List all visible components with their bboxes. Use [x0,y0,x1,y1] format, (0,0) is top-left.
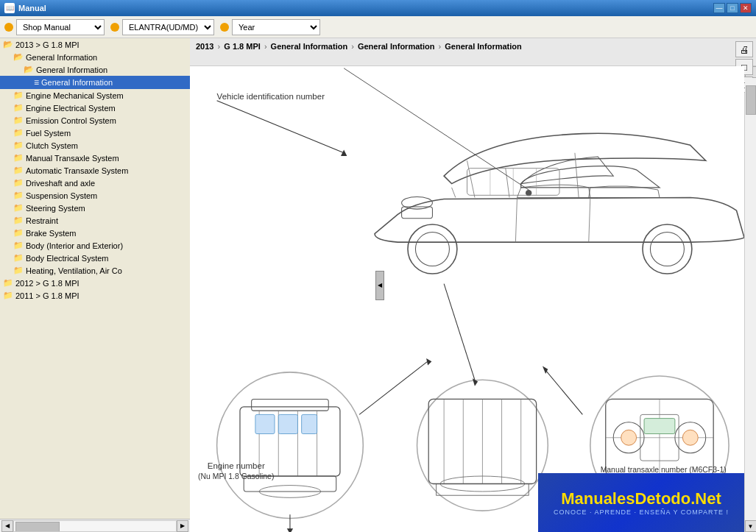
tree-icon-15: 📁 [13,228,24,238]
app-icon: 📖 [4,3,15,13]
breadcrumb: 2013 › G 1.8 MPI › General Information ›… [190,38,756,66]
svg-marker-53 [473,378,478,386]
tree-item-7[interactable]: 📁Fuel System [0,127,190,139]
tree-label-9: Manual Transaxle System [26,154,119,163]
tree-item-16[interactable]: 📁Body (Interior and Exterior) [0,239,190,252]
svg-line-10 [452,188,456,198]
tree-icon-0: 📂 [3,40,13,49]
minimize-button[interactable]: — [713,3,725,13]
svg-rect-27 [255,414,275,433]
year-select[interactable]: Year 2011 2012 2013 [232,19,320,35]
vin-label: Vehicle identification number [217,92,325,101]
tree-label-13: Steering System [26,204,85,213]
tree-icon-11: 📁 [13,178,24,188]
svg-point-3 [650,233,684,266]
car-main-drawing [344,68,744,274]
scroll-left-btn[interactable]: ◀ [1,520,13,532]
tree-label-15: Brake System [26,229,76,238]
tree-icon-8: 📁 [13,141,24,150]
shop-manual-select[interactable]: Shop Manual [16,19,105,35]
tree-item-0[interactable]: 📂2013 > G 1.8 MPI [0,38,190,51]
tree-label-17: Body Electrical System [26,254,108,263]
tree-item-1[interactable]: 📂General Information [0,51,190,63]
svg-marker-32 [426,358,431,365]
tree-item-14[interactable]: 📁Restraint [0,214,190,227]
vertical-scrollbar[interactable]: ▲ ▼ [744,66,756,532]
tree-item-8[interactable]: 📁Clutch System [0,139,190,152]
svg-rect-20 [252,399,329,411]
tree-item-19[interactable]: 📁2012 > G 1.8 MPI [0,277,190,289]
tree-icon-10: 📁 [13,166,24,175]
tree-item-4[interactable]: 📁Engine Mechanical System [0,89,190,102]
window-title: Manual [18,4,713,13]
scroll-down-button[interactable]: ▼ [745,520,757,532]
tree-item-6[interactable]: 📁Emission Control System [0,114,190,127]
tree-icon-5: 📁 [13,103,24,113]
tree-item-10[interactable]: 📁Automatic Transaxle System [0,164,190,177]
tree-icon-3: ≡ [34,77,39,88]
tree-item-18[interactable]: 📁Heating, Ventilation, Air Co [0,264,190,277]
sidebar-bottom-bar: ◀ ▶ [0,519,190,532]
tree-icon-2: 📂 [24,65,34,74]
vin-arrow-head [341,150,347,156]
tree-icon-17: 📁 [13,253,24,263]
tree-item-3[interactable]: ≡General Information [0,76,190,89]
breadcrumb-text: 2013 › G 1.8 MPI › General Information ›… [196,41,522,52]
svg-point-6 [402,196,433,209]
tree-label-16: Body (Interior and Exterior) [26,241,123,250]
sidebar-collapse-button[interactable]: ◀ [375,271,384,300]
tree-icon-13: 📁 [13,203,24,213]
document-content: Vehicle identification number [190,66,744,532]
transaxle-arrow [544,369,582,415]
svg-point-42 [682,430,698,445]
tree-item-5[interactable]: 📁Engine Electrical System [0,102,190,114]
h-scroll-track [13,520,177,532]
v-scroll-track [745,78,757,520]
close-button[interactable]: ✕ [740,3,752,13]
tree-item-17[interactable]: 📁Body Electrical System [0,252,190,264]
year-dropdown-container: Year 2011 2012 2013 [220,19,320,35]
engine-arrow [359,361,428,414]
svg-rect-40 [644,419,675,434]
svg-line-11 [506,169,509,198]
tree-label-14: Restraint [26,216,58,225]
sidebar-scroll[interactable]: 📂2013 > G 1.8 MPI📂General Information📂Ge… [0,38,190,519]
window-controls: — □ ✕ [713,3,752,13]
model-select[interactable]: ELANTRA(UD/MD) [122,19,214,35]
tree-label-3: General Information [41,78,113,87]
print-button[interactable]: 🖨 [735,41,753,57]
engine-label-1: Engine number [208,461,265,470]
center-arrow [444,284,475,380]
tree-item-20[interactable]: 📁2011 > G 1.8 MPI [0,289,190,302]
svg-rect-29 [302,414,317,433]
tree-item-13[interactable]: 📁Steering System [0,202,190,214]
tree-item-9[interactable]: 📁Manual Transaxle System [0,152,190,164]
title-bar: 📖 Manual — □ ✕ [0,0,756,16]
sidebar: 📂2013 > G 1.8 MPI📂General Information📂Ge… [0,38,190,532]
model-dropdown-container: ELANTRA(UD/MD) [110,19,214,35]
scroll-right-btn[interactable]: ▶ [177,520,188,532]
tree-label-7: Fuel System [26,129,71,138]
tree-label-2: General Information [36,65,107,74]
svg-line-4 [467,160,475,197]
tree-icon-19: 📁 [3,278,13,288]
svg-point-1 [415,233,449,266]
v-scroll-thumb [746,85,756,115]
engine-label-2: (Nu MPI 1.8 Gasoline) [198,472,274,480]
restore-button[interactable]: □ [727,3,738,13]
content-area: 2013 › G 1.8 MPI › General Information ›… [190,38,756,532]
tree-item-15[interactable]: 📁Brake System [0,227,190,239]
tree-item-2[interactable]: 📂General Information [0,63,190,76]
tree-label-1: General Information [26,53,97,62]
tree-label-19: 2012 > G 1.8 MPI [15,279,80,288]
center-circle [417,380,548,511]
tree-icon-7: 📁 [13,128,24,138]
tree-label-6: Emission Control System [26,116,116,125]
svg-marker-31 [287,528,293,532]
engine-circle [217,372,364,532]
tree-item-12[interactable]: 📁Suspension System [0,189,190,202]
tree-icon-14: 📁 [13,216,24,225]
tree-item-11[interactable]: 📁Driveshaft and axle [0,177,190,189]
watermark-text: ManualesDetodo.Net CONOCE · APRENDE · EN… [554,489,729,516]
tree-label-8: Clutch System [26,141,78,150]
